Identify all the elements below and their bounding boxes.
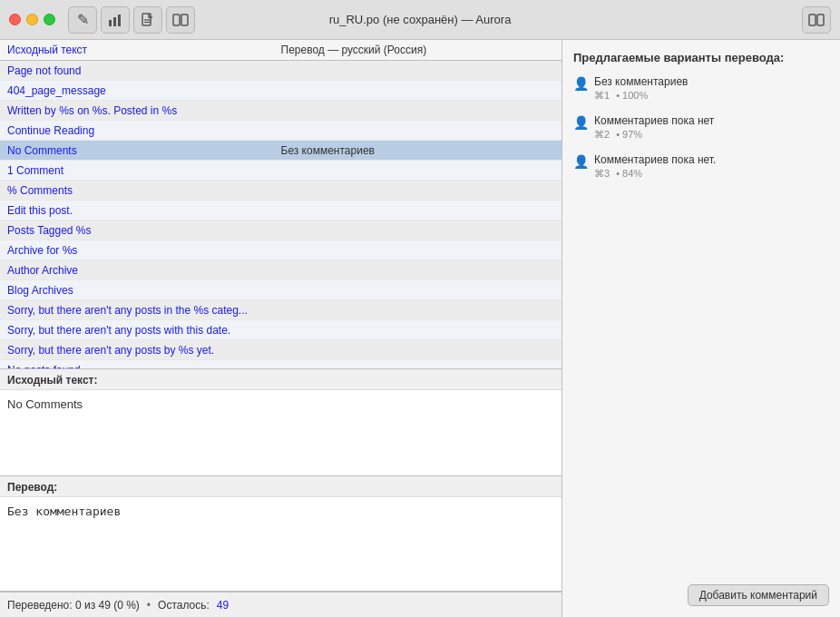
source-cell: Edit this post. <box>7 204 281 217</box>
window-title: ru_RU.po (не сохранён) — Aurora <box>329 13 512 26</box>
suggestion-icon: 👤 <box>573 76 589 91</box>
view-icon[interactable] <box>166 6 195 34</box>
svg-rect-7 <box>181 15 188 25</box>
status-dot: • <box>147 599 151 612</box>
remaining-count: 49 <box>217 599 229 612</box>
suggestion-shortcut: ⌘1 <box>594 90 610 101</box>
suggestion-meta: ⌘1 • 100% <box>594 90 829 102</box>
suggestion-content: Комментариев пока нет. ⌘3 • 84% <box>594 153 829 180</box>
minimize-button[interactable] <box>26 14 38 25</box>
table-row[interactable]: Sorry, but there aren't any posts by %s … <box>0 340 562 360</box>
source-cell: Blog Archives <box>7 284 281 297</box>
table-row[interactable]: Sorry, but there aren't any posts with t… <box>0 320 562 340</box>
suggestion-text: Комментариев пока нет. <box>594 153 829 166</box>
right-panel: Предлагаемые варианты перевода: 👤 Без ко… <box>562 40 840 617</box>
translation-input[interactable] <box>0 497 562 592</box>
source-cell: Continue Reading <box>7 124 281 137</box>
window-controls <box>9 14 55 25</box>
source-cell: Written by %s on %s. Posted in %s <box>7 104 281 117</box>
file-icon[interactable] <box>133 6 162 34</box>
table-row[interactable]: % Comments <box>0 181 562 201</box>
source-label: Исходный текст: <box>0 369 562 390</box>
suggestion-content: Без комментариев ⌘1 • 100% <box>594 75 829 102</box>
suggestions-title: Предлагаемые варианты перевода: <box>573 51 829 64</box>
translated-count: Переведено: 0 из 49 (0 %) <box>7 599 140 612</box>
toolbar-icons: ✎ <box>68 6 195 34</box>
table-row[interactable]: Author Archive <box>0 260 562 280</box>
suggestion-item[interactable]: 👤 Комментариев пока нет. ⌘3 • 84% <box>573 153 829 180</box>
suggestion-text: Комментариев пока нет <box>594 114 829 127</box>
source-cell: Sorry, but there aren't any posts by %s … <box>7 344 281 357</box>
svg-rect-1 <box>113 17 116 26</box>
suggestion-percent: 97% <box>622 129 642 140</box>
table-row[interactable]: Page not found <box>0 61 562 81</box>
suggestion-meta: ⌘3 • 84% <box>594 168 829 180</box>
toolbar-right <box>802 6 831 34</box>
svg-rect-2 <box>118 15 121 26</box>
translation-label: Перевод: <box>0 476 562 497</box>
table-row[interactable]: Continue Reading <box>0 121 562 141</box>
table-row[interactable]: Sorry, but there aren't any posts in the… <box>0 300 562 320</box>
table-row[interactable]: Posts Tagged %s <box>0 220 562 240</box>
suggestion-percent: 100% <box>622 90 648 101</box>
main-container: Исходный текст Перевод — русский (Россия… <box>0 40 840 617</box>
source-cell: Archive for %s <box>7 244 281 257</box>
translation-cell: Без комментариев <box>281 144 555 157</box>
suggestions-list: 👤 Без комментариев ⌘1 • 100% 👤 Комментар… <box>573 75 829 192</box>
chart-icon[interactable] <box>101 6 130 34</box>
split-view-icon[interactable] <box>802 6 831 34</box>
suggestion-shortcut: ⌘2 <box>594 129 610 140</box>
maximize-button[interactable] <box>44 14 55 25</box>
source-cell: 404_page_message <box>7 84 281 97</box>
suggestion-item[interactable]: 👤 Без комментариев ⌘1 • 100% <box>573 75 829 102</box>
source-cell: Sorry, but there aren't any posts with t… <box>7 324 281 337</box>
status-bar: Переведено: 0 из 49 (0 %) • Осталось: 49 <box>0 592 562 617</box>
source-cell: Page not found <box>7 64 281 77</box>
svg-rect-6 <box>173 15 180 25</box>
suggestion-dot: • <box>616 168 620 179</box>
source-cell: Sorry, but there aren't any posts in the… <box>7 304 281 317</box>
suggestion-icon: 👤 <box>573 154 589 169</box>
source-cell: No Comments <box>7 144 281 157</box>
suggestion-shortcut: ⌘3 <box>594 168 610 179</box>
svg-rect-8 <box>809 15 816 25</box>
source-column-header: Исходный текст <box>7 44 281 56</box>
suggestion-percent: 84% <box>622 168 642 179</box>
suggestion-meta: ⌘2 • 97% <box>594 129 829 141</box>
remaining-label: Осталось: <box>158 599 210 612</box>
svg-rect-0 <box>109 20 112 26</box>
add-comment-button[interactable]: Добавить комментарий <box>688 584 829 606</box>
table-row[interactable]: 1 Comment <box>0 161 562 181</box>
translation-list[interactable]: Page not found404_page_messageWritten by… <box>0 61 562 369</box>
close-button[interactable] <box>9 14 21 25</box>
suggestion-text: Без комментариев <box>594 75 829 88</box>
table-row[interactable]: Archive for %s <box>0 240 562 260</box>
table-row[interactable]: Edit this post. <box>0 201 562 220</box>
table-row[interactable]: Written by %s on %s. Posted in %s <box>0 101 562 121</box>
left-panel: Исходный текст Перевод — русский (Россия… <box>0 40 562 617</box>
table-header: Исходный текст Перевод — русский (Россия… <box>0 40 562 61</box>
titlebar: ✎ ru_RU.po (не сохранён) — Aurora <box>0 0 840 40</box>
source-cell: % Comments <box>7 184 281 197</box>
suggestion-content: Комментариев пока нет ⌘2 • 97% <box>594 114 829 141</box>
source-cell: Posts Tagged %s <box>7 224 281 237</box>
suggestion-dot: • <box>616 129 620 140</box>
table-row[interactable]: No posts found. <box>0 360 562 369</box>
table-row[interactable]: No CommentsБез комментариев <box>0 141 562 161</box>
table-row[interactable]: Blog Archives <box>0 280 562 300</box>
translation-column-header: Перевод — русский (Россия) <box>281 44 555 56</box>
source-cell: 1 Comment <box>7 164 281 177</box>
suggestion-item[interactable]: 👤 Комментариев пока нет ⌘2 • 97% <box>573 114 829 141</box>
suggestion-icon: 👤 <box>573 115 589 130</box>
edit-icon[interactable]: ✎ <box>68 6 97 34</box>
source-text-display: No Comments <box>0 390 562 476</box>
svg-rect-9 <box>817 15 824 25</box>
suggestion-dot: • <box>616 90 620 101</box>
source-cell: Author Archive <box>7 264 281 277</box>
translation-section: Перевод: <box>0 476 562 592</box>
table-row[interactable]: 404_page_message <box>0 81 562 101</box>
